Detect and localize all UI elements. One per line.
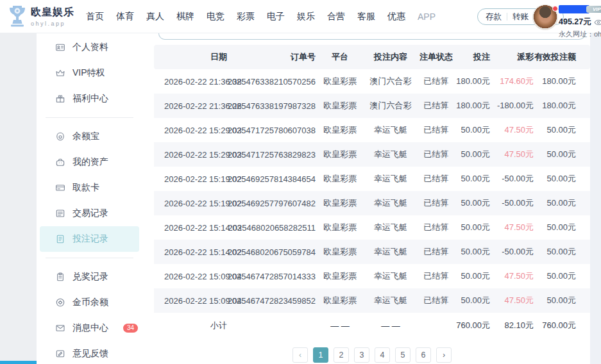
cell-content: 澳门六合彩 — [364, 76, 417, 87]
cell-valid: 180.00元 — [534, 76, 576, 87]
cell-platform: 欧皇彩票 — [316, 100, 364, 112]
column-header: 订单号 — [227, 51, 316, 63]
nav-item-promotions[interactable]: 优惠 — [385, 11, 407, 22]
cell-status: 已结算 — [417, 197, 455, 209]
cell-order-no: 2025467472823459852 — [227, 296, 316, 306]
user-block: VIP 495.27元 永久网址：ohyl — [559, 5, 601, 39]
cell-order-no: 2025469257797607482 — [227, 199, 316, 208]
cell-valid: 760.00元 — [534, 320, 576, 331]
column-header: 注单状态 — [417, 51, 455, 63]
bet-records-table: 日期订单号平台投注内容注单状态投注派彩有效投注额2026-02-22 21:36… — [154, 45, 590, 338]
cell-bet: 50.00元 — [455, 124, 490, 136]
sidebar-item[interactable]: 取款卡 — [40, 175, 139, 201]
cell-order-no: 2025476338197987328 — [227, 101, 316, 111]
sidebar-item[interactable]: 投注记录 — [40, 226, 139, 252]
transfer-button[interactable]: 转账 — [507, 12, 534, 22]
deposit-button[interactable]: 存款 — [480, 12, 507, 22]
cell-content: 幸运飞艇 — [364, 173, 417, 185]
sidebar-item-label: 余额宝 — [72, 131, 99, 142]
cell-platform: 欧皇彩票 — [316, 149, 364, 160]
nav-item-support[interactable]: 客服 — [355, 11, 377, 22]
table-row: 2026-02-22 15:14:032025468020658282511欧皇… — [154, 215, 590, 240]
page-button-3[interactable]: 3 — [354, 347, 369, 363]
clipboard-icon — [55, 272, 65, 282]
cell-valid: 50.00元 — [534, 149, 576, 160]
sidebar-item[interactable]: VIP特权 — [40, 60, 139, 86]
cell-order-no: 2025468020675059784 — [227, 247, 316, 257]
transaction-list-icon — [55, 208, 65, 219]
column-header: 投注 — [455, 51, 490, 63]
column-header: 有效投注额 — [534, 51, 576, 63]
sidebar-item[interactable]: 个人资料 — [40, 35, 139, 60]
cell-order-no: 2025467472857014333 — [227, 272, 316, 281]
nav-item-home[interactable]: 首页 — [84, 11, 106, 22]
sidebar-item[interactable]: 福利中心 — [40, 86, 139, 112]
cell-date: 2026-02-22 15:09:04 — [164, 272, 227, 281]
cell-date: 2026-02-22 15:14:02 — [164, 247, 227, 257]
cell-bet: 180.00元 — [455, 100, 490, 112]
cell-content: 澳门六合彩 — [364, 100, 417, 112]
page-button-4[interactable]: 4 — [375, 347, 390, 363]
prev-page-button[interactable]: ‹ — [292, 347, 308, 363]
sidebar-item[interactable]: 余额宝 — [40, 124, 139, 149]
sidebar-item[interactable]: 意见反馈 — [40, 341, 139, 364]
sidebar-item[interactable]: 金币余额 — [40, 290, 139, 315]
table-row: 2026-02-22 15:29:032025471725780607038欧皇… — [154, 118, 590, 142]
nav-item-esports[interactable]: 电竞 — [205, 11, 226, 22]
nav-item-partnership[interactable]: 合营 — [325, 11, 347, 22]
pagination: ‹123456› — [154, 347, 590, 363]
nav-item-lottery[interactable]: 彩票 — [235, 11, 257, 22]
cell-bet: 50.00元 — [455, 222, 490, 233]
page-button-5[interactable]: 5 — [395, 347, 411, 363]
cell-payout: -50.00元 — [490, 173, 534, 185]
table-row: 2026-02-22 15:09:042025467472823459852欧皇… — [154, 288, 590, 313]
cell-date: 2026-02-22 15:19:02 — [164, 174, 227, 184]
cell-platform: 欧皇彩票 — [316, 197, 364, 209]
sidebar-item[interactable]: 兑奖记录 — [40, 264, 139, 290]
nav-item-app[interactable]: APP — [416, 12, 437, 22]
page-button-2[interactable]: 2 — [334, 347, 349, 363]
page-button-6[interactable]: 6 — [416, 347, 431, 363]
cell-payout: 47.50元 — [490, 149, 534, 160]
nav-item-entertainment[interactable]: 娱乐 — [295, 11, 317, 22]
cell-date: 2026-02-22 21:36:38 — [164, 77, 227, 87]
table-row: 2026-02-22 15:29:032025471725763829823欧皇… — [154, 142, 590, 167]
nav-item-live-casino[interactable]: 真人 — [144, 11, 166, 22]
cell-bet: 50.00元 — [455, 197, 490, 209]
nav-item-sports[interactable]: 体育 — [114, 11, 136, 22]
sidebar-item[interactable]: 交易记录 — [40, 201, 139, 226]
cell-date: 2026-02-22 21:36:26 — [164, 101, 227, 111]
site-domain: ohyl.app — [31, 21, 74, 27]
eye-icon[interactable] — [594, 18, 601, 27]
nav-item-slots[interactable]: 电子 — [265, 11, 287, 22]
column-header: 投注内容 — [364, 51, 417, 63]
cell-payout: 47.50元 — [490, 295, 534, 306]
cell-date: 2026-02-22 15:14:03 — [164, 223, 227, 233]
column-header: 日期 — [164, 51, 227, 63]
nav-item-card-games[interactable]: 棋牌 — [174, 11, 196, 22]
cell-order-no: 2025471725780607038 — [227, 126, 316, 135]
cell-status: 已结算 — [417, 246, 455, 258]
sidebar-item[interactable]: 我的资产 — [40, 149, 139, 175]
sidebar-item[interactable]: 消息中心34 — [40, 315, 139, 341]
id-card-icon — [55, 42, 65, 53]
table-header-row: 日期订单号平台投注内容注单状态投注派彩有效投注额 — [154, 45, 590, 69]
cell-status: 已结算 — [417, 124, 455, 136]
site-logo[interactable]: 欧皇娱乐 ohyl.app — [9, 5, 74, 27]
cell-platform: 欧皇彩票 — [316, 222, 364, 233]
page-button-1[interactable]: 1 — [313, 347, 328, 363]
cell-status: 已结算 — [417, 149, 455, 160]
cell-order-no: 2025471725763829823 — [227, 150, 316, 160]
cell-status: 已结算 — [417, 76, 455, 87]
next-page-button[interactable]: › — [436, 347, 452, 363]
cell-payout: 47.50元 — [490, 222, 534, 233]
notification-dot — [552, 6, 558, 12]
cell-content: 幸运飞艇 — [364, 197, 417, 209]
mail-icon — [55, 323, 65, 333]
coin-icon — [55, 297, 65, 308]
crown-icon — [55, 68, 65, 78]
bank-card-icon — [55, 183, 65, 193]
cell-payout: 174.60元 — [490, 76, 534, 87]
cell-platform: — — — [316, 321, 364, 331]
cell-content: 幸运飞艇 — [364, 295, 417, 306]
